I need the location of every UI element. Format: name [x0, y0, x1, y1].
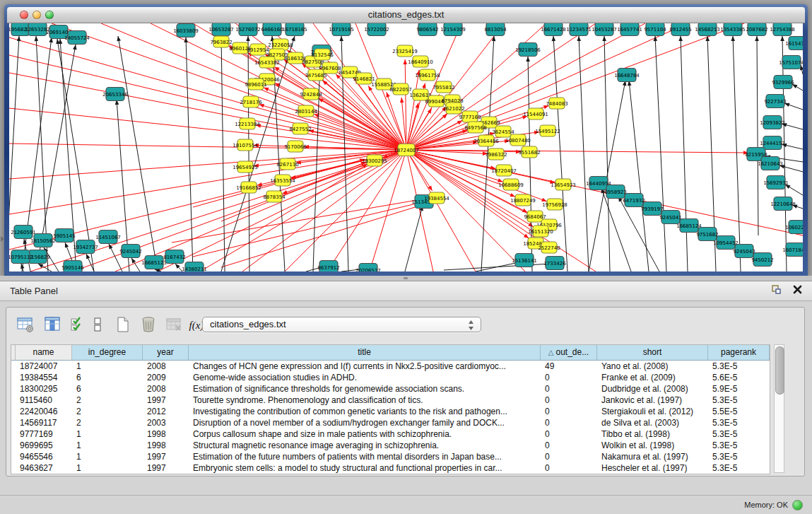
float-window-icon	[770, 287, 782, 298]
table-row[interactable]: 977716911998Corpus callosum shape and si…	[11, 428, 770, 440]
close-panel-button[interactable]	[791, 284, 804, 297]
arrowhead-icon	[577, 36, 581, 41]
arrowhead-icon	[780, 36, 784, 41]
table-row[interactable]: 911546021997Tourette syndrome. Phenomeno…	[11, 395, 770, 406]
cell: Disruption of a novel member of a sodium…	[189, 417, 541, 428]
panel-collapse-arrow-icon[interactable]	[1, 236, 4, 242]
graph-node-label: 11234571	[566, 27, 592, 33]
graph-node-label: 16685123	[141, 260, 167, 266]
graph-node-label: 16671428	[541, 27, 566, 33]
column-header-in_degree[interactable]: in_degree	[72, 345, 143, 360]
cell: 1998	[143, 440, 189, 451]
close-icon	[792, 286, 803, 297]
cell: 9465546	[16, 451, 72, 462]
row-height-button[interactable]	[90, 315, 105, 336]
table-row[interactable]: 1830029562008Estimation of significance …	[11, 383, 770, 395]
trash-icon	[139, 325, 158, 336]
graph-node-label: 11451067	[95, 235, 121, 240]
table-row[interactable]: 1456911722003Disruption of a novel membe…	[11, 417, 770, 428]
network-selector[interactable]: citations_edges.txt	[202, 317, 481, 332]
select-columns-button[interactable]	[42, 315, 63, 336]
graph-node-label: 9571104	[644, 27, 666, 33]
graph-node-label: 9245043	[733, 249, 755, 255]
splitter-handle-icon	[404, 277, 408, 279]
citation-graph[interactable]: 1956823712653287206914061405572416033809…	[9, 23, 803, 271]
cell: Corpus callosum shape and size in male p…	[189, 428, 541, 440]
cell: Franke et al. (2009)	[597, 372, 708, 383]
cell: 0	[541, 395, 597, 406]
graph-node-label: 10688609	[498, 182, 524, 188]
cell: Investigating the contribution of common…	[189, 406, 541, 417]
select-all-rows-button[interactable]	[67, 315, 88, 336]
graph-node-label: 7963822	[210, 40, 232, 45]
graph-node-label: 15495122	[535, 129, 560, 134]
panel-splitter[interactable]	[0, 276, 812, 281]
graph-node-label: 8267130	[276, 162, 298, 168]
graph-node-label: 12213384	[235, 122, 260, 127]
column-header-name[interactable]: name	[16, 345, 72, 360]
cell: 2	[72, 395, 143, 406]
table-scrollbar[interactable]	[774, 344, 784, 473]
window-title: citations_edges.txt	[7, 9, 805, 20]
graph-node-label: 12444157	[760, 141, 785, 146]
cell: 0	[541, 462, 597, 474]
scrollbar-thumb[interactable]	[775, 346, 784, 395]
arrowhead-icon	[602, 36, 606, 41]
cell: Dudbridge et al. (2008)	[597, 383, 708, 395]
arrowhead-icon	[403, 59, 407, 64]
cell: Wolkin et al. (1998)	[597, 440, 708, 451]
graph-edge	[444, 264, 551, 270]
column-header-pagerank[interactable]: pagerank	[708, 345, 770, 360]
column-header-short[interactable]: short	[597, 345, 708, 360]
graph-node-label: 20364486	[473, 139, 499, 144]
graph-edge	[629, 81, 649, 271]
table-row[interactable]: 946554611997Estimation of the future num…	[11, 451, 770, 462]
graph-node-label: 7986322	[485, 152, 507, 158]
graph-node-label: 9245041	[659, 215, 681, 221]
table-row[interactable]: 969969511998Structural magnetic resonanc…	[11, 440, 770, 451]
table-settings-button[interactable]	[15, 315, 36, 336]
delete-column-button[interactable]	[138, 315, 159, 336]
cell: 5.3E-5	[708, 361, 770, 372]
graph-node-label: 16685124	[676, 223, 702, 229]
graph-node-label: 10795112	[9, 255, 33, 260]
window-titlebar[interactable]: citations_edges.txt	[7, 7, 805, 23]
graph-node-label: 21260591	[11, 230, 36, 235]
graph-node-label: 16961758	[415, 73, 440, 78]
sort-ascending-icon: △	[548, 349, 554, 356]
column-header-title[interactable]: title	[189, 345, 541, 360]
table-panel: Table Panel	[0, 281, 812, 514]
node-table: namein_degreeyeartitle△out_de...shortpag…	[11, 344, 770, 474]
graph-node-label: 16543382	[254, 60, 280, 66]
table-row[interactable]: 946362711997Embryonic stem cells: a mode…	[11, 462, 770, 474]
graph-node-label: 8167432	[163, 255, 185, 260]
graph-node-label: 8878354	[263, 194, 286, 200]
graph-node-label: 9551682	[518, 150, 540, 156]
graph-node-label: 18107554	[233, 143, 258, 148]
arrowhead-icon	[339, 36, 343, 41]
cell: Structural magnetic resonance image aver…	[189, 440, 541, 451]
delete-table-icon	[165, 325, 183, 336]
column-header-out_de...[interactable]: △out_de...	[541, 345, 597, 360]
cell: 5.3E-5	[708, 440, 770, 451]
arrowhead-icon	[387, 92, 390, 98]
graph-node-label: 16457741	[617, 27, 642, 33]
graph-node-label: 3475685	[305, 73, 326, 78]
graph-node-label: 10453287	[592, 27, 617, 33]
graph-edge	[553, 36, 567, 271]
cell: Stergiakouli et al. (2012)	[597, 406, 708, 417]
float-panel-button[interactable]	[770, 284, 782, 297]
new-column-button[interactable]	[112, 315, 134, 336]
graph-node-label: 15722002	[364, 27, 389, 33]
graph-node-label: 18300295	[362, 158, 387, 164]
cell: 1997	[143, 462, 189, 474]
table-row[interactable]: 1938455462009Genome-wide association stu…	[11, 372, 770, 383]
table-row[interactable]: 1872400712008Changes of HCN gene express…	[11, 361, 770, 372]
graph-node-label: 9170066	[284, 144, 307, 150]
delete-table-button[interactable]	[163, 315, 184, 336]
column-header-year[interactable]: year	[143, 345, 189, 360]
network-canvas[interactable]: 1956823712653287206914061405572416033809…	[9, 23, 803, 271]
table-settings-icon	[16, 325, 35, 336]
cell: 18300295	[16, 383, 72, 395]
table-row[interactable]: 2242004622012Investigating the contribut…	[11, 406, 770, 417]
